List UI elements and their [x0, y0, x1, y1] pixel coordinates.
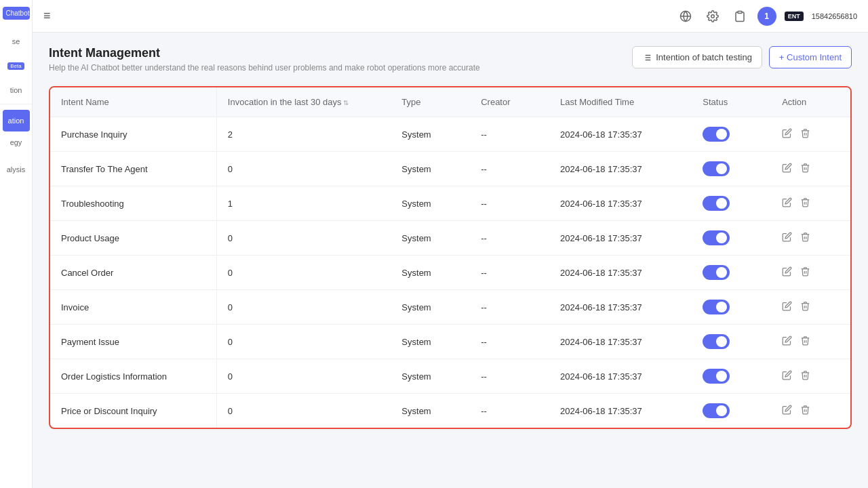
table-row: Invoice 0 System -- 2024-06-18 17:35:37	[50, 290, 850, 325]
page-title: Intent Management	[49, 46, 480, 60]
status-toggle[interactable]	[703, 300, 730, 314]
edit-icon[interactable]	[782, 232, 792, 244]
delete-icon[interactable]	[800, 336, 810, 348]
sidebar-item-tion[interactable]: tion	[3, 79, 30, 101]
sidebar-item-ation[interactable]: ation	[3, 110, 30, 131]
table-row: Cancel Order 0 System -- 2024-06-18 17:3…	[50, 256, 850, 290]
th-action: Action	[771, 87, 850, 117]
delete-icon[interactable]	[800, 163, 810, 175]
toggle-slider	[703, 334, 730, 349]
status-toggle[interactable]	[703, 369, 730, 384]
creator-cell: --	[470, 290, 549, 325]
action-icons-group	[782, 128, 840, 140]
creator-cell: --	[470, 256, 549, 290]
edit-icon[interactable]	[782, 405, 792, 417]
th-last-modified: Last Modified Time	[549, 87, 692, 117]
status-cell	[692, 152, 771, 186]
status-toggle[interactable]	[703, 196, 730, 211]
custom-intent-label: + Custom Intent	[779, 52, 842, 62]
invocation-cell: 1	[216, 186, 391, 221]
status-toggle[interactable]	[703, 334, 730, 349]
status-toggle[interactable]	[703, 230, 730, 245]
action-icons-group	[782, 232, 840, 244]
edit-icon[interactable]	[782, 336, 792, 348]
type-cell: System	[391, 359, 470, 394]
topbar-right: 1 ENT 15842656810	[676, 7, 857, 26]
modified-cell: 2024-06-18 17:35:37	[549, 221, 692, 256]
modified-cell: 2024-06-18 17:35:37	[549, 325, 692, 359]
avatar[interactable]: 1	[757, 7, 776, 26]
sidebar-item-egy[interactable]: egy	[3, 131, 30, 153]
th-invocation[interactable]: Invocation in the last 30 days	[216, 87, 391, 117]
intent-name-cell: Order Logistics Information	[50, 359, 216, 394]
sidebar-item-se[interactable]: se	[3, 30, 30, 52]
table-row: Order Logistics Information 0 System -- …	[50, 359, 850, 394]
status-toggle[interactable]	[703, 265, 730, 280]
modified-cell: 2024-06-18 17:35:37	[549, 290, 692, 325]
clipboard-icon[interactable]	[730, 7, 749, 26]
toggle-slider	[703, 161, 730, 176]
table-row: Payment Issue 0 System -- 2024-06-18 17:…	[50, 325, 850, 359]
delete-icon[interactable]	[800, 197, 810, 209]
type-cell: System	[391, 152, 470, 186]
intent-name-cell: Invoice	[50, 290, 216, 325]
intent-name-cell: Payment Issue	[50, 325, 216, 359]
edit-icon[interactable]	[782, 128, 792, 140]
edit-icon[interactable]	[782, 197, 792, 209]
modified-cell: 2024-06-18 17:35:37	[549, 359, 692, 394]
status-cell	[692, 394, 771, 428]
status-cell	[692, 290, 771, 325]
creator-cell: --	[470, 186, 549, 221]
invocation-cell: 0	[216, 394, 391, 428]
type-cell: System	[391, 117, 470, 152]
settings-icon[interactable]	[703, 7, 722, 26]
action-cell	[771, 221, 850, 256]
delete-icon[interactable]	[800, 232, 810, 244]
sidebar-chatbot-button[interactable]: Chatbot	[3, 7, 30, 20]
edit-icon[interactable]	[782, 301, 792, 313]
sidebar-group-bottom: alysis	[0, 156, 32, 183]
delete-icon[interactable]	[800, 405, 810, 417]
svg-point-2	[711, 14, 714, 18]
sidebar-item-tion-label: tion	[10, 86, 22, 94]
header-actions: Intention of batch testing + Custom Inte…	[632, 46, 852, 68]
delete-icon[interactable]	[800, 301, 810, 313]
action-icons-group	[782, 336, 840, 348]
action-cell	[771, 152, 850, 186]
custom-intent-button[interactable]: + Custom Intent	[769, 46, 852, 68]
toggle-slider	[703, 196, 730, 211]
edit-icon[interactable]	[782, 266, 792, 279]
intent-table: Intent Name Invocation in the last 30 da…	[50, 87, 850, 428]
sidebar-item-beta[interactable]: Beta	[3, 55, 30, 77]
page-content: Intent Management Help the AI Chatbot be…	[33, 33, 868, 488]
edit-icon[interactable]	[782, 370, 792, 382]
sidebar-item-se-label: se	[12, 37, 20, 45]
delete-icon[interactable]	[800, 266, 810, 279]
delete-icon[interactable]	[800, 128, 810, 140]
type-cell: System	[391, 325, 470, 359]
type-cell: System	[391, 221, 470, 256]
status-toggle[interactable]	[703, 161, 730, 176]
action-cell	[771, 186, 850, 221]
status-toggle[interactable]	[703, 127, 730, 142]
status-toggle[interactable]	[703, 403, 730, 418]
status-cell	[692, 256, 771, 290]
sidebar-item-alysis[interactable]: alysis	[3, 159, 30, 180]
edit-icon[interactable]	[782, 163, 792, 175]
invocation-cell: 0	[216, 221, 391, 256]
action-cell	[771, 117, 850, 152]
creator-cell: --	[470, 221, 549, 256]
delete-icon[interactable]	[800, 370, 810, 382]
intent-name-cell: Troubleshooting	[50, 186, 216, 221]
invocation-cell: 2	[216, 117, 391, 152]
hamburger-icon[interactable]: ≡	[43, 9, 51, 23]
modified-cell: 2024-06-18 17:35:37	[549, 117, 692, 152]
creator-cell: --	[470, 359, 549, 394]
batch-testing-button[interactable]: Intention of batch testing	[632, 46, 762, 68]
user-id: 15842656810	[812, 12, 857, 20]
globe-icon[interactable]	[676, 7, 695, 26]
status-cell	[692, 186, 771, 221]
table-row: Troubleshooting 1 System -- 2024-06-18 1…	[50, 186, 850, 221]
invocation-cell: 0	[216, 256, 391, 290]
invocation-cell: 0	[216, 325, 391, 359]
